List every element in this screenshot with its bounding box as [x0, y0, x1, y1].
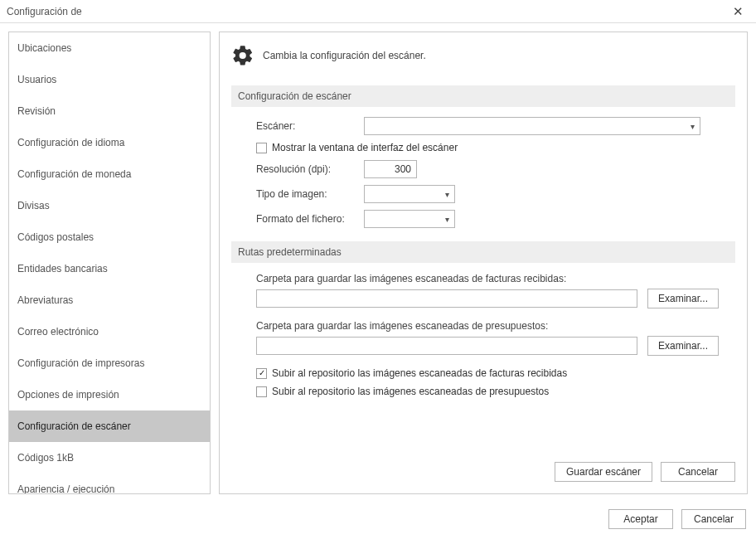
- save-scanner-button[interactable]: Guardar escáner: [555, 462, 652, 482]
- image-type-row: Tipo de imagen:: [231, 185, 735, 203]
- file-format-label: Formato del fichero:: [256, 213, 364, 225]
- cancel-button[interactable]: Cancelar: [681, 509, 746, 529]
- upload-quotes-row: Subir al repositorio las imágenes escane…: [231, 386, 735, 397]
- dialog-body: Ubicaciones Usuarios Revisión Configurac…: [0, 23, 756, 503]
- image-type-select[interactable]: [364, 185, 455, 203]
- close-icon[interactable]: ✕: [726, 4, 749, 19]
- sidebar-item-impresoras[interactable]: Configuración de impresoras: [9, 347, 210, 379]
- section-default-paths: Rutas predeterminadas: [231, 241, 735, 263]
- file-format-select[interactable]: [364, 210, 455, 228]
- file-format-row: Formato del fichero:: [231, 210, 735, 228]
- image-type-label: Tipo de imagen:: [256, 188, 364, 200]
- invoices-path-label: Carpeta para guardar las imágenes escane…: [256, 273, 735, 284]
- panel-subtitle: Cambia la configuración del escáner.: [263, 50, 426, 61]
- quotes-path-input[interactable]: [256, 337, 637, 355]
- sidebar-item-opciones-impresion[interactable]: Opciones de impresión: [9, 379, 210, 410]
- resolution-row: Resolución (dpi):: [231, 160, 735, 178]
- upload-quotes-checkbox[interactable]: [256, 386, 267, 397]
- browse-invoices-button[interactable]: Examinar...: [647, 289, 719, 308]
- titlebar: Configuración de ✕: [0, 0, 756, 23]
- dialog-footer: Aceptar Cancelar: [0, 503, 756, 537]
- panel-button-row: Guardar escáner Cancelar: [231, 462, 735, 482]
- upload-quotes-label: Subir al repositorio las imágenes escane…: [272, 386, 549, 397]
- upload-invoices-checkbox[interactable]: [256, 368, 267, 379]
- sidebar-item-usuarios[interactable]: Usuarios: [9, 64, 210, 95]
- settings-sidebar: Ubicaciones Usuarios Revisión Configurac…: [8, 32, 211, 494]
- invoices-path-input[interactable]: [256, 289, 637, 308]
- section-scanner-config: Configuración de escáner: [231, 85, 735, 107]
- window-title: Configuración de: [7, 6, 726, 17]
- sidebar-item-revision[interactable]: Revisión: [9, 95, 210, 127]
- resolution-input[interactable]: [364, 160, 417, 178]
- gear-icon: [231, 44, 254, 67]
- sidebar-item-codigos-1kb[interactable]: Códigos 1kB: [9, 442, 210, 474]
- scanner-row: Escáner:: [231, 117, 735, 135]
- scanner-label: Escáner:: [256, 120, 364, 132]
- quotes-path-group: Carpeta para guardar las imágenes escane…: [231, 320, 735, 356]
- invoices-path-group: Carpeta para guardar las imágenes escane…: [231, 273, 735, 308]
- show-interface-checkbox[interactable]: [256, 143, 267, 153]
- show-interface-label: Mostrar la ventana de interfaz del escán…: [272, 142, 458, 153]
- sidebar-item-ubicaciones[interactable]: Ubicaciones: [9, 32, 210, 64]
- sidebar-item-abreviaturas[interactable]: Abreviaturas: [9, 284, 210, 316]
- resolution-label: Resolución (dpi):: [256, 163, 364, 175]
- sidebar-item-correo[interactable]: Correo electrónico: [9, 316, 210, 347]
- scanner-select[interactable]: [364, 117, 700, 135]
- quotes-path-label: Carpeta para guardar las imágenes escane…: [256, 320, 735, 332]
- browse-quotes-button[interactable]: Examinar...: [647, 336, 719, 356]
- sidebar-item-entidades-bancarias[interactable]: Entidades bancarias: [9, 253, 210, 284]
- ok-button[interactable]: Aceptar: [608, 509, 673, 529]
- main-panel: Cambia la configuración del escáner. Con…: [219, 32, 748, 494]
- sidebar-item-apariencia[interactable]: Apariencia / ejecución: [9, 474, 210, 494]
- sidebar-item-escaner[interactable]: Configuración de escáner: [9, 410, 210, 442]
- sidebar-item-idioma[interactable]: Configuración de idioma: [9, 127, 210, 158]
- sidebar-item-divisas[interactable]: Divisas: [9, 190, 210, 221]
- sidebar-item-codigos-postales[interactable]: Códigos postales: [9, 221, 210, 253]
- cancel-scanner-button[interactable]: Cancelar: [661, 462, 735, 482]
- panel-header: Cambia la configuración del escáner.: [231, 44, 735, 67]
- show-ui-row: Mostrar la ventana de interfaz del escán…: [231, 142, 735, 153]
- sidebar-item-moneda[interactable]: Configuración de moneda: [9, 158, 210, 190]
- upload-invoices-label: Subir al repositorio las imágenes escane…: [272, 367, 567, 379]
- upload-invoices-row: Subir al repositorio las imágenes escane…: [231, 367, 735, 379]
